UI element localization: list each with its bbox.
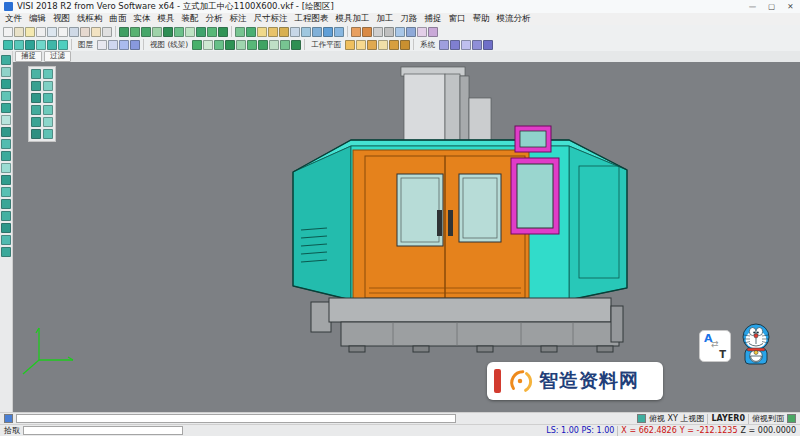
toolbar-icon[interactable] — [1, 127, 11, 137]
toolbar-icon[interactable] — [1, 163, 11, 173]
toolbar-icon[interactable] — [389, 40, 399, 50]
toolbar-icon[interactable] — [461, 40, 471, 50]
toolbar-icon[interactable] — [31, 117, 41, 127]
toolbar-icon[interactable] — [119, 40, 129, 50]
toolbar-icon[interactable] — [43, 129, 53, 139]
menu-item[interactable]: 实体 — [134, 13, 151, 25]
toolbar-icon[interactable] — [373, 27, 383, 37]
toolbar-icon[interactable] — [47, 40, 57, 50]
toolbar-icon[interactable] — [43, 93, 53, 103]
menu-item[interactable]: 窗口 — [449, 13, 466, 25]
toolbar-icon[interactable] — [236, 40, 246, 50]
toolbar-icon[interactable] — [174, 27, 184, 37]
toolbar-icon[interactable] — [280, 40, 290, 50]
toolbar-icon[interactable] — [196, 27, 206, 37]
toolbar-icon[interactable] — [1, 199, 11, 209]
toolbar-icon[interactable] — [31, 81, 41, 91]
toolbar-icon[interactable] — [130, 40, 140, 50]
toolbar-icon[interactable] — [130, 27, 140, 37]
menu-item[interactable]: 模具加工 — [336, 13, 370, 25]
view-mode-icon[interactable] — [637, 414, 646, 423]
menu-item[interactable]: 曲面 — [110, 13, 127, 25]
toolbar-icon[interactable] — [207, 27, 217, 37]
toolbar-icon[interactable] — [472, 40, 482, 50]
toolbar-icon[interactable] — [14, 40, 24, 50]
prompt-icon[interactable] — [4, 414, 13, 423]
workplane-icon[interactable] — [787, 414, 796, 423]
toolbar-icon[interactable] — [58, 40, 68, 50]
toolbar-icon[interactable] — [257, 27, 267, 37]
toolbar-icon[interactable] — [1, 223, 11, 233]
menu-item[interactable]: 加工 — [377, 13, 394, 25]
toolbar-icon[interactable] — [163, 27, 173, 37]
toolbar-icon[interactable] — [334, 27, 344, 37]
toolbar-icon[interactable] — [192, 40, 202, 50]
menu-item[interactable]: 尺寸标注 — [254, 13, 288, 25]
menu-item[interactable]: 帮助 — [473, 13, 490, 25]
toolbar-icon[interactable] — [218, 27, 228, 37]
toolbar-icon[interactable] — [43, 105, 53, 115]
menu-item[interactable]: 视图 — [53, 13, 70, 25]
toolbar-icon[interactable] — [400, 40, 410, 50]
tab-filter[interactable]: 过滤 — [44, 51, 71, 62]
minimize-button[interactable]: — — [743, 0, 762, 13]
toolbar-icon[interactable] — [312, 27, 322, 37]
tab-snap[interactable]: 捕捉 — [15, 51, 42, 62]
toolbar-icon[interactable] — [119, 27, 129, 37]
toolbar-icon[interactable] — [345, 40, 355, 50]
toolbar-icon[interactable] — [428, 27, 438, 37]
toolbar-icon[interactable] — [58, 27, 68, 37]
toolbar-icon[interactable] — [43, 81, 53, 91]
toolbar-icon[interactable] — [406, 27, 416, 37]
active-view-label[interactable]: 俯视 XY 上视图 — [649, 413, 704, 424]
toolbar-icon[interactable] — [1, 103, 11, 113]
toolbar-icon[interactable] — [291, 40, 301, 50]
toolbar-icon[interactable] — [108, 40, 118, 50]
menu-item[interactable]: 模具 — [158, 13, 175, 25]
toolbar-icon[interactable] — [97, 40, 107, 50]
toolbar-icon[interactable] — [31, 69, 41, 79]
toolbar-icon[interactable] — [31, 93, 41, 103]
toolbar-icon[interactable] — [378, 40, 388, 50]
menu-item[interactable]: 分析 — [206, 13, 223, 25]
toolbar-icon[interactable] — [31, 105, 41, 115]
toolbar-icon[interactable] — [1, 55, 11, 65]
toolbar-icon[interactable] — [141, 27, 151, 37]
menu-item[interactable]: 刀路 — [401, 13, 418, 25]
toolbar-icon[interactable] — [1, 115, 11, 125]
pick-input[interactable] — [23, 426, 183, 435]
toolbar-icon[interactable] — [258, 40, 268, 50]
menu-item[interactable]: 文件 — [5, 13, 22, 25]
toolbar-icon[interactable] — [367, 40, 377, 50]
toolbar-icon[interactable] — [25, 27, 35, 37]
toolbar-icon[interactable] — [1, 235, 11, 245]
command-input[interactable] — [16, 414, 456, 423]
toolbar-icon[interactable] — [91, 27, 101, 37]
toolbar-icon[interactable] — [362, 27, 372, 37]
toolbar-icon[interactable] — [301, 27, 311, 37]
toolbar-icon[interactable] — [269, 40, 279, 50]
menu-item[interactable]: 工程图表 — [295, 13, 329, 25]
toolbar-icon[interactable] — [14, 27, 24, 37]
menu-item[interactable]: 标注 — [230, 13, 247, 25]
toolbar-icon[interactable] — [1, 139, 11, 149]
toolbar-icon[interactable] — [1, 91, 11, 101]
toolbar-icon[interactable] — [247, 40, 257, 50]
toolbar-icon[interactable] — [395, 27, 405, 37]
toolbar-icon[interactable] — [1, 211, 11, 221]
toolbar-icon[interactable] — [25, 40, 35, 50]
toolbar-icon[interactable] — [36, 27, 46, 37]
toolbar-icon[interactable] — [384, 27, 394, 37]
toolbar-icon[interactable] — [1, 67, 11, 77]
toolbar-icon[interactable] — [290, 27, 300, 37]
toolbar-icon[interactable] — [1, 247, 11, 257]
toolbar-icon[interactable] — [235, 27, 245, 37]
toolbar-icon[interactable] — [203, 40, 213, 50]
toolbar-icon[interactable] — [351, 27, 361, 37]
menu-item[interactable]: 模流分析 — [497, 13, 531, 25]
toolbar-icon[interactable] — [102, 27, 112, 37]
menu-item[interactable]: 编辑 — [29, 13, 46, 25]
toolbar-icon[interactable] — [3, 40, 13, 50]
toolbar-icon[interactable] — [47, 27, 57, 37]
toolbar-icon[interactable] — [417, 27, 427, 37]
